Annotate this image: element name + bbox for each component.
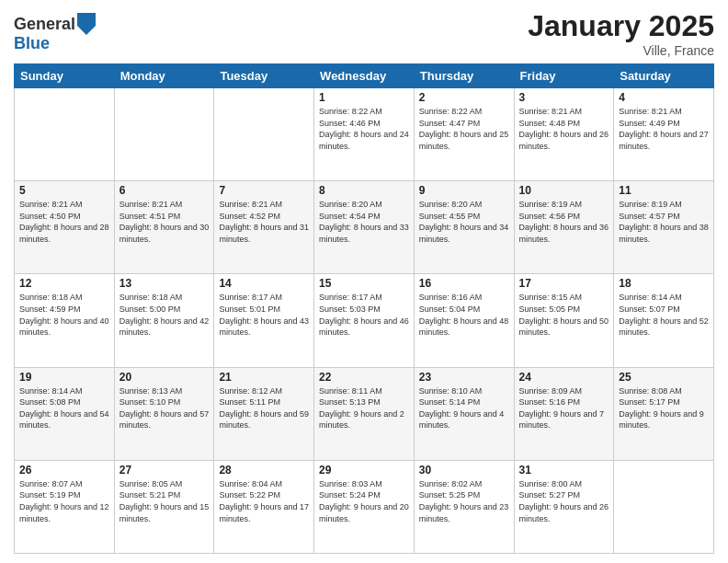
day-info: Sunrise: 8:21 AMSunset: 4:50 PMDaylight:… [19, 199, 109, 245]
week-row-5: 26Sunrise: 8:07 AMSunset: 5:19 PMDayligh… [15, 460, 714, 553]
cell-0-3: 1Sunrise: 8:22 AMSunset: 4:46 PMDaylight… [314, 88, 415, 181]
day-number: 15 [319, 277, 409, 290]
day-number: 12 [19, 277, 109, 290]
day-info: Sunrise: 8:07 AMSunset: 5:19 PMDaylight:… [19, 478, 109, 524]
calendar-header-row: Sunday Monday Tuesday Wednesday Thursday… [15, 64, 714, 88]
day-number: 31 [519, 464, 609, 477]
day-info: Sunrise: 8:05 AMSunset: 5:21 PMDaylight:… [119, 478, 210, 524]
day-number: 17 [519, 277, 609, 290]
col-tuesday: Tuesday [214, 64, 314, 88]
cell-0-1 [114, 88, 214, 181]
day-number: 14 [219, 277, 309, 290]
page: General Blue January 2025 Ville, France … [0, 0, 728, 563]
cell-3-1: 20Sunrise: 8:13 AMSunset: 5:10 PMDayligh… [114, 367, 214, 460]
col-sunday: Sunday [15, 64, 115, 88]
svg-marker-0 [77, 13, 96, 35]
subtitle: Ville, France [528, 43, 714, 58]
day-info: Sunrise: 8:21 AMSunset: 4:51 PMDaylight:… [119, 199, 210, 245]
day-info: Sunrise: 8:17 AMSunset: 5:01 PMDaylight:… [219, 292, 309, 338]
day-number: 13 [119, 277, 210, 290]
day-number: 21 [219, 371, 309, 384]
day-info: Sunrise: 8:18 AMSunset: 5:00 PMDaylight:… [119, 292, 210, 338]
cell-1-0: 5Sunrise: 8:21 AMSunset: 4:50 PMDaylight… [15, 181, 115, 274]
day-number: 26 [19, 464, 109, 477]
col-wednesday: Wednesday [314, 64, 415, 88]
cell-4-4: 30Sunrise: 8:02 AMSunset: 5:25 PMDayligh… [414, 460, 514, 553]
day-info: Sunrise: 8:18 AMSunset: 4:59 PMDaylight:… [19, 292, 109, 338]
cell-1-3: 8Sunrise: 8:20 AMSunset: 4:54 PMDaylight… [314, 181, 415, 274]
col-friday: Friday [514, 64, 614, 88]
cell-4-5: 31Sunrise: 8:00 AMSunset: 5:27 PMDayligh… [514, 460, 614, 553]
month-title: January 2025 [528, 9, 714, 43]
day-info: Sunrise: 8:19 AMSunset: 4:57 PMDaylight:… [619, 199, 709, 245]
cell-4-1: 27Sunrise: 8:05 AMSunset: 5:21 PMDayligh… [114, 460, 214, 553]
day-number: 1 [319, 91, 409, 104]
day-number: 28 [219, 464, 309, 477]
cell-4-6 [614, 460, 714, 553]
week-row-1: 1Sunrise: 8:22 AMSunset: 4:46 PMDaylight… [15, 88, 714, 181]
day-number: 19 [19, 371, 109, 384]
col-monday: Monday [114, 64, 214, 88]
day-number: 10 [519, 184, 609, 197]
day-number: 29 [319, 464, 409, 477]
day-info: Sunrise: 8:11 AMSunset: 5:13 PMDaylight:… [319, 385, 409, 431]
day-number: 11 [619, 184, 709, 197]
day-number: 16 [419, 277, 509, 290]
cell-1-1: 6Sunrise: 8:21 AMSunset: 4:51 PMDaylight… [114, 181, 214, 274]
day-info: Sunrise: 8:15 AMSunset: 5:05 PMDaylight:… [519, 292, 609, 338]
cell-0-5: 3Sunrise: 8:21 AMSunset: 4:48 PMDaylight… [514, 88, 614, 181]
cell-3-6: 25Sunrise: 8:08 AMSunset: 5:17 PMDayligh… [614, 367, 714, 460]
cell-1-6: 11Sunrise: 8:19 AMSunset: 4:57 PMDayligh… [614, 181, 714, 274]
title-area: January 2025 Ville, France [528, 9, 714, 58]
cell-2-6: 18Sunrise: 8:14 AMSunset: 5:07 PMDayligh… [614, 274, 714, 367]
day-number: 25 [619, 371, 709, 384]
week-row-4: 19Sunrise: 8:14 AMSunset: 5:08 PMDayligh… [15, 367, 714, 460]
day-info: Sunrise: 8:04 AMSunset: 5:22 PMDaylight:… [219, 478, 309, 524]
day-number: 27 [119, 464, 210, 477]
day-info: Sunrise: 8:21 AMSunset: 4:52 PMDaylight:… [219, 199, 309, 245]
col-saturday: Saturday [614, 64, 714, 88]
logo-blue-text: Blue [14, 35, 50, 52]
cell-0-6: 4Sunrise: 8:21 AMSunset: 4:49 PMDaylight… [614, 88, 714, 181]
day-number: 9 [419, 184, 509, 197]
day-info: Sunrise: 8:03 AMSunset: 5:24 PMDaylight:… [319, 478, 409, 524]
cell-2-0: 12Sunrise: 8:18 AMSunset: 4:59 PMDayligh… [15, 274, 115, 367]
logo-icon [77, 13, 96, 35]
day-number: 22 [319, 371, 409, 384]
cell-2-3: 15Sunrise: 8:17 AMSunset: 5:03 PMDayligh… [314, 274, 415, 367]
day-info: Sunrise: 8:17 AMSunset: 5:03 PMDaylight:… [319, 292, 409, 338]
week-row-2: 5Sunrise: 8:21 AMSunset: 4:50 PMDaylight… [15, 181, 714, 274]
cell-2-1: 13Sunrise: 8:18 AMSunset: 5:00 PMDayligh… [114, 274, 214, 367]
logo: General Blue [14, 13, 96, 52]
cell-4-3: 29Sunrise: 8:03 AMSunset: 5:24 PMDayligh… [314, 460, 415, 553]
col-thursday: Thursday [414, 64, 514, 88]
day-info: Sunrise: 8:20 AMSunset: 4:55 PMDaylight:… [419, 199, 509, 245]
cell-3-0: 19Sunrise: 8:14 AMSunset: 5:08 PMDayligh… [15, 367, 115, 460]
day-info: Sunrise: 8:12 AMSunset: 5:11 PMDaylight:… [219, 385, 309, 431]
calendar-table: Sunday Monday Tuesday Wednesday Thursday… [14, 63, 714, 554]
cell-2-2: 14Sunrise: 8:17 AMSunset: 5:01 PMDayligh… [214, 274, 314, 367]
day-number: 8 [319, 184, 409, 197]
cell-4-0: 26Sunrise: 8:07 AMSunset: 5:19 PMDayligh… [15, 460, 115, 553]
day-number: 20 [119, 371, 210, 384]
day-number: 7 [219, 184, 309, 197]
day-info: Sunrise: 8:09 AMSunset: 5:16 PMDaylight:… [519, 385, 609, 431]
day-info: Sunrise: 8:21 AMSunset: 4:48 PMDaylight:… [519, 106, 609, 152]
cell-1-5: 10Sunrise: 8:19 AMSunset: 4:56 PMDayligh… [514, 181, 614, 274]
day-number: 18 [619, 277, 709, 290]
day-info: Sunrise: 8:08 AMSunset: 5:17 PMDaylight:… [619, 385, 709, 431]
day-info: Sunrise: 8:14 AMSunset: 5:08 PMDaylight:… [19, 385, 109, 431]
header: General Blue January 2025 Ville, France [14, 9, 714, 58]
cell-1-2: 7Sunrise: 8:21 AMSunset: 4:52 PMDaylight… [214, 181, 314, 274]
day-info: Sunrise: 8:14 AMSunset: 5:07 PMDaylight:… [619, 292, 709, 338]
logo-general-text: General [14, 16, 75, 32]
cell-2-5: 17Sunrise: 8:15 AMSunset: 5:05 PMDayligh… [514, 274, 614, 367]
day-number: 24 [519, 371, 609, 384]
day-info: Sunrise: 8:16 AMSunset: 5:04 PMDaylight:… [419, 292, 509, 338]
cell-0-0 [15, 88, 115, 181]
cell-2-4: 16Sunrise: 8:16 AMSunset: 5:04 PMDayligh… [414, 274, 514, 367]
day-number: 2 [419, 91, 509, 104]
day-number: 3 [519, 91, 609, 104]
day-number: 23 [419, 371, 509, 384]
day-info: Sunrise: 8:19 AMSunset: 4:56 PMDaylight:… [519, 199, 609, 245]
